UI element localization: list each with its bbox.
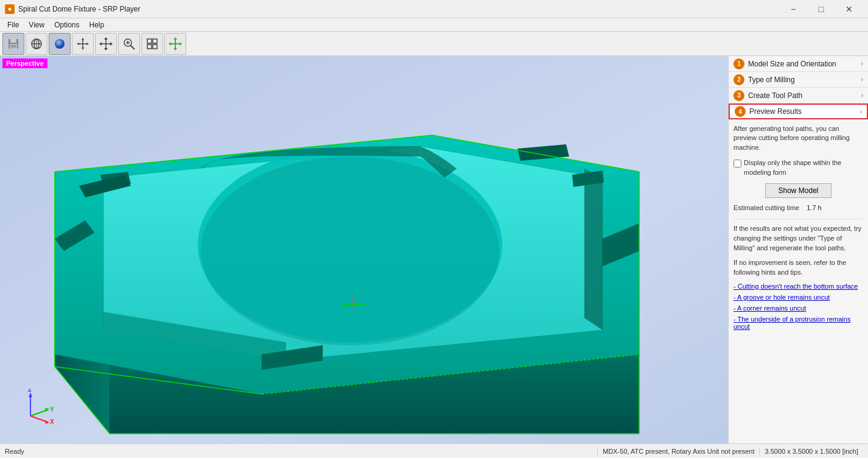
status-machine: MDX-50, ATC present, Rotary Axis Unit no… (597, 448, 759, 455)
svg-rect-26 (147, 39, 152, 43)
cutting-time-label: Estimated cutting time (733, 204, 799, 211)
svg-marker-35 (180, 42, 182, 46)
panel-content: After generating tool paths, you can pre… (729, 119, 868, 443)
svg-marker-74 (45, 420, 49, 424)
menu-help[interactable]: Help (85, 19, 110, 30)
svg-marker-14 (77, 43, 79, 45)
save-tool-button[interactable] (2, 33, 24, 55)
svg-marker-12 (82, 38, 84, 40)
svg-line-70 (30, 410, 47, 416)
step-4-badge: 4 (735, 106, 746, 117)
svg-rect-2 (10, 39, 16, 43)
step-4-arrow: › (860, 108, 862, 115)
svg-text:X: X (50, 418, 54, 425)
svg-marker-13 (82, 48, 84, 50)
step-1-item[interactable]: 1 Model Size and Orientation › (729, 56, 868, 72)
menu-view[interactable]: View (24, 19, 49, 30)
display-checkbox[interactable] (733, 160, 741, 167)
cutting-time-row: Estimated cutting time 1.7 h (733, 204, 863, 211)
expand-tool-button[interactable] (164, 33, 186, 55)
model-view (0, 56, 728, 443)
svg-line-23 (131, 45, 135, 49)
step-2-badge: 2 (733, 74, 744, 85)
svg-marker-18 (104, 37, 108, 40)
show-model-button[interactable]: Show Model (765, 183, 831, 198)
zoom-tool-button[interactable] (118, 33, 140, 55)
perspective-label: Perspective (2, 58, 47, 68)
svg-marker-32 (173, 37, 177, 40)
menu-bar: File View Options Help (0, 18, 868, 32)
step-3-item[interactable]: 3 Create Tool Path › (729, 88, 868, 104)
status-ready: Ready (5, 448, 24, 455)
svg-marker-34 (169, 42, 171, 46)
svg-marker-19 (104, 48, 108, 51)
window-controls: − □ ✕ (779, 0, 863, 18)
pan-tool-button[interactable] (95, 33, 117, 55)
title-bar: Spiral Cut Dome Fixture - SRP Player − □… (0, 0, 868, 18)
step-1-badge: 1 (733, 58, 744, 69)
step-2-arrow: › (861, 76, 863, 83)
window-title: Spiral Cut Dome Fixture - SRP Player (18, 5, 141, 13)
status-bar: Ready MDX-50, ATC present, Rotary Axis U… (0, 443, 868, 458)
checkbox-row: Display only the shape within the modeli… (733, 158, 863, 177)
step-3-badge: 3 (733, 90, 744, 101)
step-2-label: Type of Milling (748, 76, 795, 84)
svg-marker-68 (29, 392, 32, 397)
axis-indicator: Z Y X (18, 389, 55, 425)
fit-tool-button[interactable] (141, 33, 163, 55)
svg-rect-28 (147, 44, 152, 49)
menu-options[interactable]: Options (49, 19, 84, 30)
hint-link-4[interactable]: - The underside of a protrusion remains … (733, 315, 863, 330)
step-3-label: Create Tool Path (748, 91, 802, 100)
svg-text:Y: Y (50, 406, 54, 413)
maximize-button[interactable]: □ (807, 0, 835, 18)
divider-1 (733, 219, 863, 219)
svg-line-73 (30, 416, 47, 422)
svg-rect-27 (153, 39, 157, 43)
svg-point-9 (55, 39, 65, 49)
svg-marker-33 (173, 48, 177, 51)
app-icon (5, 4, 15, 14)
step-1-label: Model Size and Orientation (748, 60, 836, 68)
viewport[interactable]: Perspective (0, 56, 728, 443)
move-tool-button[interactable] (72, 33, 94, 55)
svg-point-49 (201, 157, 499, 345)
status-dimensions: 3.5000 x 3.5000 x 1.5000 [inch] (759, 448, 863, 455)
step-4-item[interactable]: 4 Preview Results › (729, 104, 868, 119)
step-4-label: Preview Results (749, 107, 802, 116)
svg-marker-20 (99, 42, 102, 46)
globe-tool-button[interactable] (26, 33, 47, 55)
minimize-button[interactable]: − (779, 0, 807, 18)
toolbar (0, 32, 868, 56)
sphere-tool-button[interactable] (49, 33, 71, 55)
right-panel: 1 Model Size and Orientation › 2 Type of… (728, 56, 868, 443)
hint-link-2[interactable]: - A groove or hole remains uncut (733, 294, 863, 301)
svg-text:Z: Z (28, 389, 32, 393)
title-bar-left: Spiral Cut Dome Fixture - SRP Player (5, 4, 141, 14)
panel-description: After generating tool paths, you can pre… (733, 124, 863, 152)
main-area: Perspective (0, 56, 868, 443)
cutting-time-value: 1.7 h (807, 204, 821, 211)
hint-link-3[interactable]: - A corner remains uncut (733, 305, 863, 312)
svg-rect-4 (11, 45, 16, 48)
step-1-arrow: › (861, 60, 863, 67)
svg-marker-15 (86, 43, 89, 45)
checkbox-label[interactable]: Display only the shape within the modeli… (744, 158, 863, 177)
svg-marker-21 (110, 42, 113, 46)
svg-rect-29 (153, 44, 157, 49)
hint-text-2: If no improvement is seen, refer to the … (733, 258, 863, 278)
menu-file[interactable]: File (2, 19, 24, 30)
step-3-arrow: › (861, 92, 863, 99)
close-button[interactable]: ✕ (835, 0, 863, 18)
hint-link-1[interactable]: - Cutting doesn't reach the bottom surfa… (733, 283, 863, 290)
svg-marker-71 (45, 407, 49, 412)
step-2-item[interactable]: 2 Type of Milling › (729, 72, 868, 88)
hint-text-1: If the results are not what you expected… (733, 224, 863, 253)
svg-marker-46 (584, 169, 603, 330)
status-right: MDX-50, ATC present, Rotary Axis Unit no… (597, 448, 863, 455)
